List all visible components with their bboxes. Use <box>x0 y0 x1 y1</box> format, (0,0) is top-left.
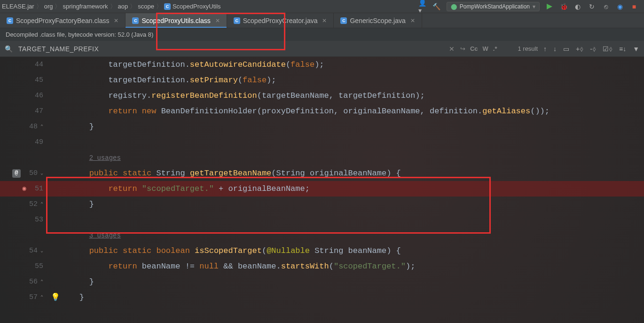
code-line: 44 targetDefinition.setAutowireCandidate… <box>0 57 644 72</box>
fold-end-icon[interactable]: ⌃ <box>40 274 43 290</box>
code-line: 55 return beanName != null && beanName.s… <box>0 259 644 274</box>
tab-label: ScopedProxyFactoryBean.class <box>16 17 109 24</box>
prev-match-icon[interactable]: ↑ <box>543 45 547 53</box>
find-bar: 🔍 ✕ ↪ Cc W .* 1 result ↑ ↓ ▭ +⎀ -⎀ ☑⎀ ≡↓… <box>0 41 644 57</box>
code-line: @50⌄ public static String getTargetBeanN… <box>0 165 644 181</box>
close-icon[interactable]: ✕ <box>114 17 118 24</box>
tab-scopedproxyfactorybean[interactable]: C ScopedProxyFactoryBean.class ✕ <box>0 13 126 28</box>
breadcrumb-item[interactable]: aop〉 <box>118 2 136 11</box>
code-line: 46 registry.registerBeanDefinition(targe… <box>0 88 644 103</box>
breadcrumb-item[interactable]: scope〉 <box>138 2 162 11</box>
stop-icon[interactable]: ■ <box>630 2 638 11</box>
tab-label: ScopedProxyCreator.java <box>243 17 318 24</box>
code-line: 47 return new BeanDefinitionHolder(proxy… <box>0 103 644 119</box>
breadcrumb: ELEASE.jar〉 org〉 springframework〉 aop〉 s… <box>2 2 418 11</box>
run-config-select[interactable]: ⬤PompWorkStandApplication▾ <box>447 2 540 11</box>
code-line-highlighted: ◉51 return "scopedTarget." + originalBea… <box>0 181 644 197</box>
top-toolbar: ELEASE.jar〉 org〉 springframework〉 aop〉 s… <box>0 0 644 13</box>
fold-start-icon[interactable]: ⌄ <box>40 243 43 259</box>
java-icon: C <box>340 17 347 24</box>
breakpoint-gutter-icon[interactable]: ◉ <box>23 181 26 197</box>
add-selection-icon[interactable]: +⎀ <box>576 45 583 53</box>
decompiled-text: Decompiled .class file, bytecode version… <box>6 31 153 38</box>
usages-hint[interactable]: 2 usages <box>0 150 644 165</box>
close-icon[interactable]: ✕ <box>410 17 415 24</box>
tab-scopedproxyutils[interactable]: C ScopedProxyUtils.class ✕ <box>126 13 227 28</box>
run-icon[interactable] <box>545 2 554 11</box>
whole-word-toggle[interactable]: W <box>483 45 488 52</box>
search-icon: 🔍 <box>5 45 13 53</box>
decompiled-info-bar: Decompiled .class file, bytecode version… <box>0 28 644 41</box>
clear-search-icon[interactable]: ✕ <box>449 45 455 53</box>
code-line: 53 <box>0 212 644 228</box>
code-editor[interactable]: 44 targetDefinition.setAutowireCandidate… <box>0 57 644 305</box>
select-occurrences-icon[interactable]: ☑⎀ <box>603 45 613 53</box>
profile-icon[interactable]: ↻ <box>588 2 596 11</box>
redo-icon[interactable]: ↪ <box>460 45 465 52</box>
class-icon: C <box>7 17 13 24</box>
fold-end-icon[interactable]: ⌃ <box>40 197 43 212</box>
regex-toggle[interactable]: .* <box>493 45 497 52</box>
debug-icon[interactable]: 🐞 <box>559 2 568 11</box>
remove-selection-icon[interactable]: -⎀ <box>590 45 596 53</box>
breadcrumb-item[interactable]: CScopedProxyUtils <box>164 3 221 10</box>
code-line: 57⌃ 💡 } <box>0 290 644 305</box>
usages-hint[interactable]: 3 usages <box>0 228 644 243</box>
intention-bulb-icon[interactable]: 💡 <box>51 293 60 302</box>
code-line: 54⌄ public static boolean isScopedTarget… <box>0 243 644 259</box>
breadcrumb-item[interactable]: ELEASE.jar〉 <box>2 2 42 11</box>
gauge-icon[interactable]: ◉ <box>616 2 624 11</box>
class-icon: C <box>132 17 139 24</box>
coverage-icon[interactable]: ◐ <box>573 2 582 11</box>
result-count: 1 result <box>518 45 538 52</box>
tab-label: ScopedProxyUtils.class <box>141 17 210 24</box>
match-case-toggle[interactable]: Cc <box>470 45 478 52</box>
java-icon: C <box>234 17 240 24</box>
svg-marker-0 <box>547 4 552 9</box>
code-line: 49 <box>0 134 644 150</box>
user-icon[interactable]: 👤▾ <box>418 2 427 11</box>
fold-start-icon[interactable]: ⌄ <box>40 165 43 181</box>
next-match-icon[interactable]: ↓ <box>553 45 557 53</box>
hammer-icon[interactable]: 🔨 <box>432 2 441 11</box>
toolbar-actions: 👤▾ 🔨 ⬤PompWorkStandApplication▾ 🐞 ◐ ↻ ⎋ … <box>418 2 642 11</box>
breadcrumb-item[interactable]: springframework〉 <box>63 2 116 11</box>
code-line: 45 targetDefinition.setPrimary(false); <box>0 72 644 88</box>
search-input[interactable] <box>18 45 443 53</box>
tab-label: GenericScope.java <box>350 17 405 24</box>
class-icon: C <box>164 3 171 10</box>
filter-icon[interactable]: ▼ <box>633 45 639 53</box>
code-line: 56⌃ } <box>0 274 644 290</box>
tab-genericscope[interactable]: C GenericScope.java ✕ <box>334 13 422 28</box>
close-icon[interactable]: ✕ <box>322 17 327 24</box>
code-line: 52⌃ } <box>0 197 644 212</box>
attach-icon[interactable]: ⎋ <box>602 2 610 11</box>
close-icon[interactable]: ✕ <box>215 17 220 24</box>
code-line: 48⌃ } <box>0 119 644 134</box>
editor-tabs: C ScopedProxyFactoryBean.class ✕ C Scope… <box>0 13 644 28</box>
fold-end-icon[interactable]: ⌃ <box>40 290 43 305</box>
settings-icon[interactable]: ≡↓ <box>619 45 626 53</box>
override-gutter-icon[interactable]: @ <box>12 169 21 178</box>
tab-scopedproxycreator[interactable]: C ScopedProxyCreator.java ✕ <box>227 13 334 28</box>
select-all-icon[interactable]: ▭ <box>563 45 569 53</box>
breadcrumb-item[interactable]: org〉 <box>44 2 61 11</box>
fold-end-icon[interactable]: ⌃ <box>40 119 43 134</box>
